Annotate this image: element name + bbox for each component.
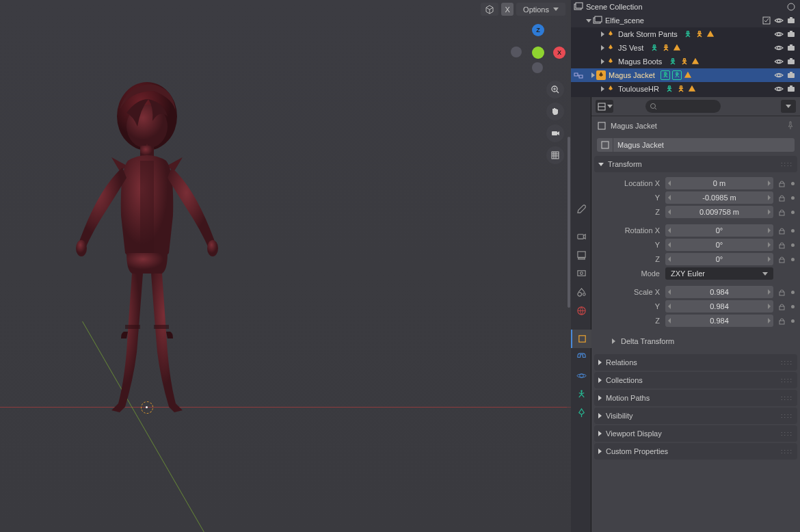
anim-dot[interactable]	[791, 305, 795, 308]
overlay-x-button[interactable]: X	[501, 3, 514, 16]
gizmo-toggle-icon[interactable]	[481, 3, 498, 16]
relations-header[interactable]: Relations::::	[594, 354, 797, 371]
viewport-3d[interactable]: X Options Z X	[0, 0, 571, 532]
anim-dot[interactable]	[791, 291, 795, 294]
restrict-icon[interactable]	[574, 70, 583, 80]
editor-type-dropdown[interactable]	[596, 100, 613, 113]
render-icon[interactable]	[786, 16, 796, 25]
eye-icon[interactable]	[774, 43, 784, 53]
outliner-item-js-vest[interactable]: JS Vest	[571, 41, 800, 55]
disclosure-icon[interactable]	[601, 31, 604, 37]
anim-dot[interactable]	[791, 196, 795, 200]
scale-z-field[interactable]: 0.984	[665, 315, 773, 327]
render-icon[interactable]	[786, 70, 796, 80]
navigation-gizmo[interactable]: Z X	[511, 24, 565, 79]
axis-y-icon[interactable]	[532, 46, 544, 59]
tab-world-icon[interactable]	[571, 302, 591, 320]
delta-transform-header[interactable]: Delta Transform	[597, 334, 795, 349]
rot-mode-dropdown[interactable]: ZXY Euler	[665, 267, 773, 280]
object-name-row: Magus Jacket	[591, 135, 800, 155]
disclosure-icon[interactable]	[601, 45, 604, 51]
scale-x-field[interactable]: 0.984	[665, 286, 773, 298]
outliner-scene[interactable]: Elfie_scene	[571, 14, 800, 27]
anim-dot[interactable]	[791, 229, 795, 232]
tab-bone-icon[interactable]	[571, 403, 591, 422]
render-icon[interactable]	[786, 84, 796, 94]
scale-y-field[interactable]: 0.984	[665, 300, 773, 312]
object-name-field[interactable]: Magus Jacket	[613, 138, 795, 152]
armature-icon	[606, 57, 615, 66]
eye-icon[interactable]	[774, 16, 784, 25]
disclosure-icon[interactable]	[601, 86, 604, 92]
anim-dot[interactable]	[791, 243, 795, 247]
pin-icon[interactable]	[786, 121, 795, 131]
render-icon[interactable]	[786, 29, 796, 39]
viewport-display-header[interactable]: Viewport Display::::	[594, 425, 797, 442]
anim-dot[interactable]	[791, 182, 795, 185]
lock-icon[interactable]	[776, 192, 787, 203]
eye-icon[interactable]	[774, 29, 784, 39]
perspective-icon[interactable]	[546, 146, 564, 164]
loc-x-field[interactable]: 0 m	[665, 177, 773, 189]
disclosure-icon[interactable]	[601, 59, 604, 64]
outliner-item-toulousehr[interactable]: ToulouseHR	[571, 82, 800, 96]
anim-dot[interactable]	[791, 319, 795, 323]
lock-icon[interactable]	[776, 207, 787, 217]
tab-output-icon[interactable]	[571, 246, 591, 265]
camera-view-icon[interactable]	[546, 124, 564, 142]
rot-x-field[interactable]: 0°	[665, 224, 773, 237]
disclosure-icon[interactable]	[586, 19, 591, 23]
collections-header[interactable]: Collections::::	[594, 372, 797, 388]
zoom-icon[interactable]	[546, 81, 564, 98]
anim-dot[interactable]	[791, 211, 795, 214]
axis-x-icon[interactable]: X	[553, 46, 565, 59]
lock-icon[interactable]	[776, 254, 787, 265]
anim-dot[interactable]	[791, 258, 795, 261]
tab-render-icon[interactable]	[571, 228, 591, 246]
eye-icon[interactable]	[774, 84, 784, 94]
properties-filter[interactable]	[781, 100, 796, 113]
tab-armature-data-icon[interactable]	[571, 385, 591, 403]
visibility-header[interactable]: Visibility::::	[594, 408, 797, 424]
motion-paths-header[interactable]: Motion Paths::::	[594, 390, 797, 406]
tab-modifier-icon[interactable]	[571, 348, 591, 367]
lock-icon[interactable]	[776, 178, 787, 189]
eye-icon[interactable]	[774, 57, 784, 66]
transform-section-header[interactable]: Transform::::	[594, 156, 797, 172]
lock-icon[interactable]	[776, 225, 787, 236]
tab-object-icon[interactable]	[571, 330, 591, 348]
outliner-root[interactable]: Scene Collection	[571, 0, 800, 14]
loc-z-field[interactable]: 0.009758 m	[665, 206, 773, 218]
tab-physics-icon[interactable]	[571, 367, 591, 385]
render-icon[interactable]	[786, 57, 796, 66]
tab-tool-icon[interactable]	[571, 200, 591, 218]
outliner-item-magus-jacket[interactable]: Magus Jacket	[571, 68, 800, 82]
disclosure-icon[interactable]	[591, 72, 595, 78]
outliner-item-dark-storm-pants[interactable]: Dark Storm Pants	[571, 27, 800, 41]
loc-y-field[interactable]: -0.0985 m	[665, 191, 773, 204]
custom-properties-header[interactable]: Custom Properties::::	[594, 443, 797, 460]
axis-neg2-icon[interactable]	[532, 62, 543, 73]
axis-z-icon[interactable]: Z	[532, 24, 544, 36]
circle-icon[interactable]	[786, 2, 796, 12]
properties-search[interactable]	[645, 100, 721, 113]
options-dropdown[interactable]: Options	[516, 3, 565, 16]
eye-icon[interactable]	[774, 70, 784, 80]
tab-viewlayer-icon[interactable]	[571, 265, 591, 283]
svg-rect-29	[788, 32, 795, 37]
lock-icon[interactable]	[776, 301, 787, 312]
render-icon[interactable]	[786, 43, 796, 53]
lock-icon[interactable]	[776, 315, 787, 326]
rot-z-field[interactable]: 0°	[665, 253, 773, 265]
axis-neg-icon[interactable]	[511, 46, 522, 57]
tab-scene-icon[interactable]	[571, 283, 591, 302]
lock-icon[interactable]	[776, 287, 787, 297]
character-mesh[interactable]	[72, 79, 222, 414]
object-type-icon[interactable]	[597, 138, 613, 152]
lock-icon[interactable]	[776, 239, 787, 250]
rot-y-field[interactable]: 0°	[665, 239, 773, 251]
armature-icon	[606, 43, 615, 53]
checkbox-icon[interactable]	[762, 16, 771, 25]
pan-icon[interactable]	[546, 103, 564, 120]
outliner-item-magus-boots[interactable]: Magus Boots	[571, 55, 800, 68]
